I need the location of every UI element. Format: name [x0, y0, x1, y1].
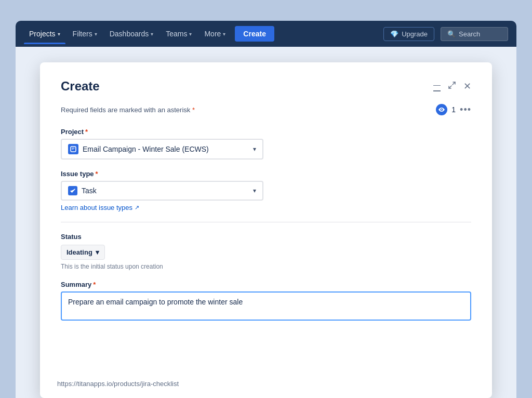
required-notice-row: Required fields are marked with an aster…	[61, 104, 471, 115]
status-hint: This is the initial status upon creation	[61, 263, 471, 270]
project-value: Email Campaign - Winter Sale (ECWS)	[83, 145, 209, 153]
status-label: Status	[61, 233, 471, 241]
status-chevron-icon: ▾	[96, 248, 99, 256]
project-field-group: Project * Email Campaign - Winter Sale (…	[61, 128, 471, 160]
summary-input[interactable]	[61, 291, 471, 321]
task-icon	[68, 186, 77, 195]
nav-more-label: More	[204, 30, 221, 38]
project-required: *	[85, 128, 88, 136]
issue-type-chevron-icon: ▾	[253, 187, 256, 194]
create-modal: Create — ✕ Required fields are marked wi…	[40, 62, 492, 398]
nav-projects-label: Projects	[29, 30, 56, 38]
watch-count: 1	[451, 105, 456, 114]
footer-url: https://titanapps.io/products/jira-check…	[57, 380, 179, 388]
nav-teams-label: Teams	[166, 30, 187, 38]
chevron-down-icon: ▾	[95, 31, 97, 37]
chevron-down-icon: ▾	[223, 31, 225, 37]
nav-filters-label: Filters	[73, 30, 92, 38]
eye-icon	[436, 104, 447, 115]
search-label: Search	[459, 30, 480, 38]
issue-type-label: Issue type *	[61, 170, 471, 178]
modal-header: Create — ✕	[61, 79, 471, 94]
main-area: Create — ✕ Required fields are marked wi…	[16, 47, 516, 398]
project-chevron-icon: ▾	[253, 145, 256, 153]
chevron-down-icon: ▾	[151, 31, 153, 37]
project-icon	[68, 144, 78, 154]
expand-button[interactable]	[448, 81, 456, 91]
form-divider	[61, 222, 471, 222]
create-button[interactable]: Create	[235, 26, 274, 42]
search-icon: 🔍	[447, 30, 456, 38]
nav-item-projects[interactable]: Projects ▾	[24, 26, 65, 41]
nav-dashboards-label: Dashboards	[110, 30, 149, 38]
diamond-icon: 💎	[390, 30, 398, 38]
nav-item-more[interactable]: More ▾	[199, 26, 231, 41]
issue-type-select[interactable]: Task ▾	[61, 181, 263, 201]
project-select-left: Email Campaign - Winter Sale (ECWS)	[68, 144, 209, 154]
required-notice-text: Required fields are marked with an aster…	[61, 106, 195, 114]
summary-section: Summary *	[61, 281, 471, 323]
chevron-down-icon: ▾	[189, 31, 192, 37]
modal-controls: — ✕	[433, 81, 471, 92]
summary-required: *	[93, 281, 96, 288]
required-asterisk: *	[192, 106, 195, 114]
issue-type-field-group: Issue type * Task ▾ Learn about issue ty…	[61, 170, 471, 211]
nav-item-teams[interactable]: Teams ▾	[161, 26, 197, 41]
nav-item-dashboards[interactable]: Dashboards ▾	[104, 26, 159, 41]
learn-issue-types-link[interactable]: Learn about issue types ↗	[61, 204, 471, 211]
issue-type-value: Task	[82, 187, 97, 195]
nav-item-filters[interactable]: Filters ▾	[68, 26, 102, 41]
chevron-down-icon: ▾	[58, 31, 60, 37]
project-label: Project *	[61, 128, 471, 136]
minimize-button[interactable]: —	[433, 81, 441, 91]
summary-label: Summary *	[61, 281, 471, 288]
search-box[interactable]: 🔍 Search	[441, 27, 508, 41]
close-button[interactable]: ✕	[463, 81, 471, 92]
status-section: Status Ideating ▾ This is the initial st…	[61, 233, 471, 270]
navbar: Projects ▾ Filters ▾ Dashboards ▾ Teams …	[16, 21, 516, 47]
issue-type-select-left: Task	[68, 186, 97, 195]
upgrade-button[interactable]: 💎 Upgrade	[383, 27, 434, 41]
project-select[interactable]: Email Campaign - Winter Sale (ECWS) ▾	[61, 139, 263, 160]
upgrade-label: Upgrade	[402, 30, 428, 38]
status-value: Ideating	[66, 248, 92, 256]
external-link-icon: ↗	[135, 204, 139, 211]
issue-type-required: *	[96, 170, 98, 178]
modal-title: Create	[61, 79, 100, 94]
status-badge[interactable]: Ideating ▾	[61, 245, 105, 260]
watch-area: 1 •••	[436, 104, 471, 115]
more-options-button[interactable]: •••	[460, 104, 471, 115]
